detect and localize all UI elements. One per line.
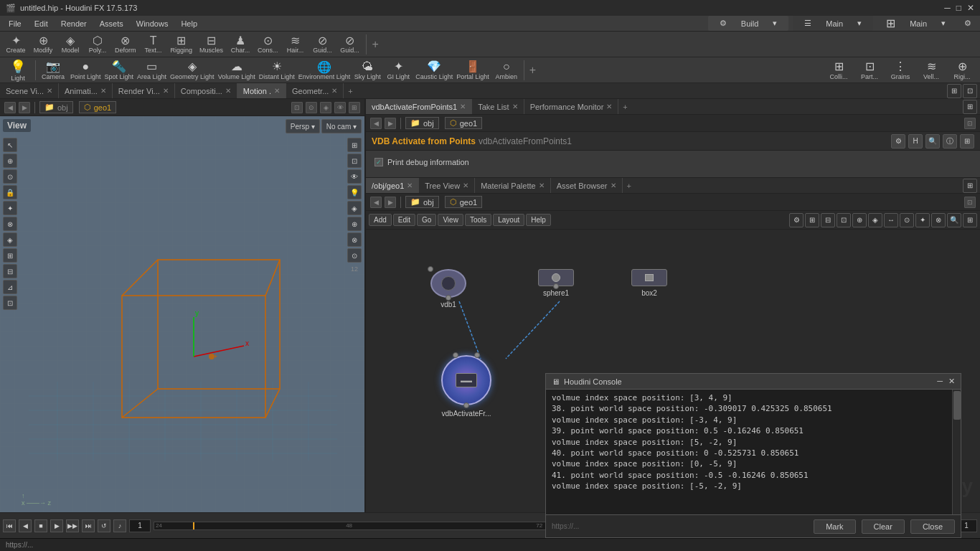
- tab-vdb-activate[interactable]: vdbActivateFromPoints1 ✕: [366, 99, 472, 115]
- volume-light-btn[interactable]: ☁ Volume Light: [217, 58, 257, 82]
- tab-geometry[interactable]: Geometr... ✕: [286, 83, 344, 99]
- geo-nav-back[interactable]: ◀: [370, 197, 382, 208]
- geo-tool-4[interactable]: ⊡: [837, 213, 851, 227]
- spot-light-btn[interactable]: 🔦 Spot Light: [103, 58, 136, 82]
- poly-btn[interactable]: ⬡ Poly...: [85, 33, 110, 56]
- guid1-btn[interactable]: ⊘ Guid...: [310, 33, 336, 56]
- titlebar-controls[interactable]: ─ □ ✕: [944, 3, 974, 13]
- node-vdb-activate[interactable]: ▬▬ vdbActivateFr...: [441, 355, 491, 418]
- modify-btn[interactable]: ⊕ Modify: [30, 33, 56, 56]
- cons-btn[interactable]: ⊙ Cons...: [255, 33, 281, 56]
- geo-light-btn[interactable]: ◈ Geometry Light: [169, 58, 216, 82]
- geo-go-btn[interactable]: Go: [417, 214, 436, 226]
- vdb-info-btn[interactable]: ⓘ: [943, 134, 957, 149]
- tab-mat-palette[interactable]: Material Palette ✕: [475, 178, 550, 194]
- colli-btn[interactable]: ⊞ Colli...: [824, 58, 854, 82]
- vdb-panel-settings[interactable]: ⊞: [963, 100, 977, 114]
- menu-assets[interactable]: Assets: [94, 18, 129, 29]
- vdb-nav-end[interactable]: ⊡: [964, 118, 976, 129]
- panel-tile-btn[interactable]: ⊞: [947, 84, 961, 98]
- console-close[interactable]: ✕: [948, 377, 955, 386]
- nav-path-selector[interactable]: 📁 obj: [39, 101, 73, 113]
- tab-close-asset[interactable]: ✕: [611, 182, 616, 189]
- create-btn[interactable]: ✦ Create: [3, 33, 29, 56]
- tab-close-take[interactable]: ✕: [512, 103, 518, 110]
- geo-nav-forward[interactable]: ▶: [385, 197, 396, 208]
- geo-tool-8[interactable]: ⊙: [900, 213, 914, 227]
- node-sphere1[interactable]: sphere1: [538, 269, 574, 297]
- timeline-next-frame[interactable]: ▶▶: [66, 519, 79, 532]
- light-main-btn[interactable]: 💡 Light: [3, 57, 33, 83]
- hair-btn[interactable]: ≋ Hair...: [283, 33, 308, 56]
- menu-help[interactable]: Help: [175, 18, 203, 29]
- nav-eye-btn[interactable]: 👁: [334, 102, 346, 113]
- geo-view-btn[interactable]: View: [438, 214, 463, 226]
- timeline-audio[interactable]: ♪: [113, 519, 126, 532]
- vell-btn[interactable]: ≋ Vell...: [916, 58, 946, 82]
- geo-tool-11[interactable]: 🔍: [947, 213, 961, 227]
- add-toolbar-btn[interactable]: +: [369, 38, 382, 51]
- vdb-nav-forward[interactable]: ▶: [385, 118, 396, 129]
- geo-path-selector[interactable]: 📁 obj: [405, 196, 439, 208]
- tab-close-render[interactable]: ✕: [163, 87, 169, 95]
- vdb-print-debug-checkbox[interactable]: ✓: [374, 158, 383, 166]
- node-vdb1[interactable]: vdb1: [430, 269, 466, 309]
- timeline-loop[interactable]: ↺: [98, 519, 110, 532]
- geo-edit-btn[interactable]: Edit: [393, 214, 415, 226]
- nav-anim-btn[interactable]: ⊙: [306, 102, 317, 113]
- geo-tools-btn[interactable]: Tools: [465, 214, 491, 226]
- part-btn[interactable]: ⊡ Part...: [854, 58, 885, 82]
- build-selector[interactable]: ⚙ Build ▾: [708, 16, 788, 31]
- geo-tool-6[interactable]: ◈: [868, 213, 882, 227]
- grains-btn[interactable]: ⋮ Grains: [885, 58, 915, 82]
- nav-expand-btn[interactable]: ⊞: [349, 102, 360, 113]
- vdb-gear-btn[interactable]: ⚙: [891, 134, 905, 149]
- timeline-frame[interactable]: [129, 519, 151, 532]
- add-geo-tab[interactable]: +: [623, 182, 636, 190]
- portal-light-btn[interactable]: 🚪 Portal Light: [455, 58, 491, 82]
- console-scroll-thumb[interactable]: [953, 391, 961, 420]
- workspace-settings[interactable]: ⚙: [958, 17, 977, 29]
- text-btn[interactable]: T Text...: [141, 33, 166, 56]
- model-btn[interactable]: ◈ Model: [57, 33, 83, 56]
- nav-settings-btn[interactable]: ⊡: [291, 102, 303, 113]
- gi-light-btn[interactable]: ✦ GI Light: [383, 58, 413, 82]
- area-light-btn[interactable]: ▭ Area Light: [136, 58, 168, 82]
- nav-back-btn[interactable]: ◀: [4, 102, 16, 113]
- add-tab-btn[interactable]: +: [344, 87, 357, 95]
- console-scrollbar[interactable]: [952, 390, 961, 514]
- tab-compositing[interactable]: Compositi... ✕: [175, 83, 237, 99]
- vdb-activate-output[interactable]: [463, 402, 469, 408]
- tab-close-perf[interactable]: ✕: [606, 103, 612, 110]
- geo-panel-settings[interactable]: ⊞: [963, 179, 977, 193]
- geo-tool-expand[interactable]: ⊞: [963, 213, 977, 227]
- main-selector[interactable]: ☰ Main ▾: [793, 16, 873, 31]
- tab-perf-monitor[interactable]: Performance Monitor ✕: [524, 99, 619, 115]
- geo-nav-end[interactable]: ⊡: [964, 197, 976, 208]
- vdb-help-btn[interactable]: H: [908, 134, 923, 149]
- point-light-btn[interactable]: ● Point Light: [69, 59, 103, 82]
- vdb-expand-btn[interactable]: ⊞: [960, 134, 974, 149]
- geo-help-btn[interactable]: Help: [526, 214, 551, 226]
- tab-close-scene[interactable]: ✕: [47, 87, 52, 95]
- timeline-rewind[interactable]: ⏮: [3, 519, 16, 532]
- box2-body[interactable]: [631, 269, 667, 286]
- vdb-activate-input1[interactable]: [453, 352, 458, 358]
- vdb-path-selector[interactable]: 📁 obj: [405, 117, 439, 129]
- nav-pin-btn[interactable]: ◈: [320, 102, 331, 113]
- tab-close-comp[interactable]: ✕: [225, 87, 231, 95]
- tab-close-mat[interactable]: ✕: [539, 182, 545, 189]
- node-box2[interactable]: box2: [631, 269, 667, 297]
- tab-close-geo2[interactable]: ✕: [407, 182, 413, 189]
- vdb-activate-body[interactable]: ▬▬: [441, 355, 491, 405]
- rigging-btn[interactable]: ⊞ Rigging: [168, 33, 196, 56]
- maximize-btn[interactable]: □: [956, 3, 961, 13]
- muscles-btn[interactable]: ⊟ Muscles: [197, 33, 226, 56]
- timeline-end[interactable]: ⏭: [82, 519, 95, 532]
- geo-tool-9[interactable]: ✦: [915, 213, 930, 227]
- geo-tool-5[interactable]: ⊕: [852, 213, 867, 227]
- nav-geo-selector[interactable]: ⬡ geo1: [79, 101, 116, 113]
- menu-file[interactable]: File: [3, 18, 27, 29]
- vdb-geo-selector[interactable]: ⬡ geo1: [445, 117, 482, 129]
- geo-layout-btn[interactable]: Layout: [493, 214, 524, 226]
